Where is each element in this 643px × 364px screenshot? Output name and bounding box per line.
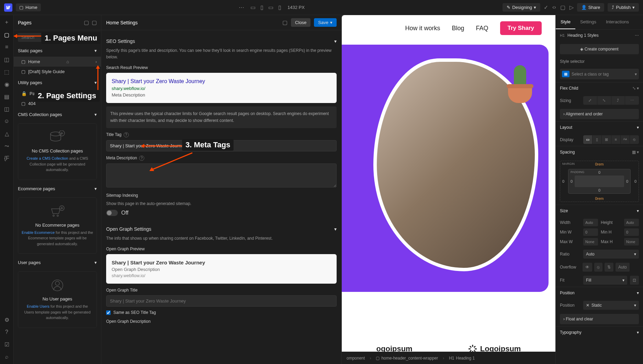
styles-icon[interactable]: ◉ <box>3 80 11 88</box>
new-folder-icon[interactable]: ▢ <box>84 19 89 26</box>
typography-head[interactable]: Typography ▾ <box>556 327 643 338</box>
ecom-pages-head[interactable]: Ecommerce pages ▾ <box>14 183 101 195</box>
page-item-404[interactable]: ▢ 404 <box>14 99 101 109</box>
enable-users-link[interactable]: Enable Users <box>27 304 49 308</box>
nav-blog[interactable]: Blog <box>452 25 464 32</box>
minh-input[interactable] <box>624 228 639 236</box>
users-icon[interactable]: ☺ <box>3 117 11 125</box>
desktop-large-icon[interactable]: ▭ <box>250 4 256 11</box>
size-head[interactable]: Size ▾ <box>556 205 643 217</box>
canvas: How it works Blog FAQ Try Shary <box>342 15 555 364</box>
alignment-dropdown[interactable]: › Alignment and order <box>560 109 639 119</box>
logic-icon[interactable]: ⤳ <box>3 142 11 150</box>
enable-ecom-link[interactable]: Enable Ecommerce <box>22 230 55 235</box>
tab-style[interactable]: Style <box>556 15 575 29</box>
ratio-select[interactable]: Auto ▾ <box>583 250 639 259</box>
minw-input[interactable] <box>583 228 598 236</box>
cta-button[interactable]: Try Shary <box>500 21 542 35</box>
position-select[interactable]: ✕ Static ▾ <box>583 301 639 310</box>
meta-desc-input[interactable] <box>106 163 337 187</box>
help-icon[interactable]: ? <box>3 328 11 336</box>
navigator-icon[interactable]: ≡ <box>3 43 11 51</box>
static-pages-head[interactable]: Static pages ▾ <box>14 45 101 57</box>
desktop-icon[interactable]: ▯ <box>260 4 263 11</box>
share-button[interactable]: 👤 Share <box>577 3 605 12</box>
fit-select[interactable]: Fill ▾ <box>583 276 627 285</box>
og-settings-head[interactable]: Open Graph Settings ▾ <box>106 223 337 235</box>
tab-settings[interactable]: Settings <box>575 15 601 29</box>
maxh-input[interactable] <box>624 238 639 246</box>
spacing-head[interactable]: Spacing ▦ ▾ <box>556 146 643 158</box>
style-panel: Style Settings Interactions H1 Heading 1… <box>555 15 643 364</box>
ecommerce-icon[interactable]: △ <box>3 130 11 137</box>
cms-pages-head[interactable]: CMS Collection pages ▾ <box>14 109 101 121</box>
help-icon[interactable]: ? <box>124 132 129 137</box>
search-icon[interactable]: ⌕ <box>3 353 11 361</box>
cms-icon[interactable]: ◫ <box>3 105 11 113</box>
crumb-wrapper[interactable]: ▢ home-header_content-wrapper <box>376 356 438 361</box>
overflow-scroll[interactable]: ⇅ <box>605 263 613 272</box>
width-input[interactable] <box>583 219 598 226</box>
create-component-button[interactable]: ◈ Create component <box>560 44 639 54</box>
assets-icon[interactable]: ▤ <box>3 93 11 100</box>
sitemap-toggle[interactable] <box>106 210 118 216</box>
code-panel-icon[interactable]: {F <box>3 155 11 162</box>
crumb-heading[interactable]: H1 Heading 1 <box>449 356 475 361</box>
close-button[interactable]: Close <box>291 18 311 27</box>
hero <box>342 45 549 292</box>
fit-edit[interactable]: ⊡ <box>630 276 639 285</box>
new-page-icon[interactable]: ▢ <box>92 19 97 26</box>
tablet-icon[interactable]: ▭ <box>268 4 273 11</box>
utility-pages-head[interactable]: Utility pages ▾ <box>14 77 101 89</box>
og-title-input[interactable] <box>106 295 337 307</box>
sizing-group[interactable]: ⤢⤡⤴⋯ <box>583 96 639 105</box>
title-tag-input[interactable] <box>106 140 337 151</box>
more-icon[interactable]: ⋯ <box>239 4 244 11</box>
seo-settings-head[interactable]: SEO Settings ▾ <box>106 35 337 47</box>
code-icon[interactable]: ‹› <box>552 4 556 11</box>
overflow-auto[interactable]: Auto <box>616 263 630 272</box>
clipboard-icon[interactable]: ▢ <box>282 19 287 26</box>
layout-head[interactable]: Layout ▾ <box>556 122 643 133</box>
flex-child-head[interactable]: Flex Child ⤡ ▾ <box>556 82 643 94</box>
height-input[interactable] <box>624 219 639 226</box>
mobile-icon[interactable]: ▯ <box>278 4 281 11</box>
help-icon[interactable]: ? <box>139 156 144 161</box>
crumb-component[interactable]: omponent <box>347 356 365 361</box>
chevron-down-icon: ▾ <box>634 252 636 257</box>
comment-icon[interactable]: ▢ <box>560 4 565 11</box>
user-pages-head[interactable]: User pages ▾ <box>14 257 101 269</box>
search-input[interactable] <box>18 33 97 42</box>
more-icon[interactable]: ⋯ <box>635 33 639 38</box>
play-icon[interactable]: ▷ <box>569 4 574 11</box>
nav-faq[interactable]: FAQ <box>476 25 488 32</box>
breadcrumb[interactable]: ▢ Home <box>16 3 41 11</box>
check-icon[interactable]: ✓ <box>544 4 548 11</box>
tab-interactions[interactable]: Interactions <box>601 15 634 29</box>
designing-button[interactable]: ✎ Designing ▾ <box>503 3 540 12</box>
add-icon[interactable]: + <box>3 19 11 26</box>
pages-icon[interactable]: ▢ <box>3 31 11 38</box>
maxw-input[interactable] <box>583 238 598 246</box>
og-same-checkbox[interactable] <box>106 310 111 315</box>
float-clear-dropdown[interactable]: › Float and clear <box>560 314 639 324</box>
components-icon[interactable]: ◫ <box>3 56 11 63</box>
settings-icon[interactable]: ⚙ <box>3 316 11 323</box>
person-icon: 👤 <box>581 5 587 10</box>
audit-icon[interactable]: ☑ <box>3 341 11 348</box>
class-selector[interactable]: ▦ Select a class or tag ▾ <box>560 69 639 79</box>
variables-icon[interactable]: ⬚ <box>3 68 11 76</box>
page-item-password[interactable]: 🔒 Password <box>14 89 101 99</box>
page-item-style-guide[interactable]: ▢ [Draft] Style Guide <box>14 67 101 77</box>
page-item-home[interactable]: ▢ Home ⌂ › <box>14 57 101 67</box>
display-group[interactable]: ▭▯⊞≡Aᴀ⦸ <box>583 135 639 144</box>
spacing-box[interactable]: MARGIN 0rem 0rem 0 0 PADDING 0 0 0 0 <box>560 161 639 202</box>
nav-how-it-works[interactable]: How it works <box>405 25 440 32</box>
webflow-logo[interactable] <box>4 3 12 12</box>
save-button[interactable]: Save ▾ <box>314 18 337 27</box>
position-head[interactable]: Position ▾ <box>556 287 643 299</box>
overflow-hidden[interactable]: ⦸ <box>594 263 602 272</box>
publish-button[interactable]: ⤴ Publish ▾ <box>608 3 639 12</box>
create-cms-link[interactable]: Create a CMS Collection <box>26 156 68 160</box>
overflow-visible[interactable]: 👁 <box>583 263 592 272</box>
